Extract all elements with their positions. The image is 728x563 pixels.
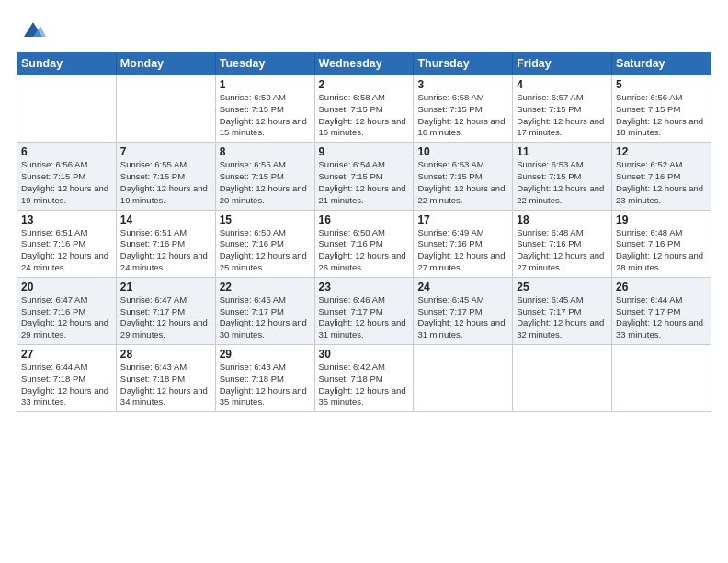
calendar-header-friday: Friday xyxy=(513,52,612,75)
calendar-cell: 20Sunrise: 6:47 AM Sunset: 7:16 PM Dayli… xyxy=(17,277,117,344)
day-info: Sunrise: 6:46 AM Sunset: 7:17 PM Dayligh… xyxy=(319,294,410,341)
day-number: 6 xyxy=(21,145,112,158)
day-number: 3 xyxy=(417,78,508,91)
day-info: Sunrise: 6:58 AM Sunset: 7:15 PM Dayligh… xyxy=(417,92,508,139)
day-info: Sunrise: 6:46 AM Sunset: 7:17 PM Dayligh… xyxy=(220,294,311,341)
calendar-table: SundayMondayTuesdayWednesdayThursdayFrid… xyxy=(17,52,711,412)
day-info: Sunrise: 6:53 AM Sunset: 7:15 PM Dayligh… xyxy=(417,159,508,206)
day-info: Sunrise: 6:53 AM Sunset: 7:15 PM Dayligh… xyxy=(517,159,608,206)
day-number: 8 xyxy=(220,145,311,158)
day-number: 18 xyxy=(517,213,608,226)
day-info: Sunrise: 6:59 AM Sunset: 7:15 PM Dayligh… xyxy=(220,92,311,139)
calendar-cell xyxy=(116,75,215,143)
day-number: 12 xyxy=(616,145,707,158)
logo-icon xyxy=(20,17,46,42)
day-number: 10 xyxy=(417,145,508,158)
calendar-header-monday: Monday xyxy=(116,52,215,75)
day-info: Sunrise: 6:51 AM Sunset: 7:16 PM Dayligh… xyxy=(21,227,112,274)
calendar-cell: 27Sunrise: 6:44 AM Sunset: 7:18 PM Dayli… xyxy=(17,345,117,412)
day-info: Sunrise: 6:50 AM Sunset: 7:16 PM Dayligh… xyxy=(319,227,410,274)
day-number: 5 xyxy=(616,78,707,91)
calendar-cell: 3Sunrise: 6:58 AM Sunset: 7:15 PM Daylig… xyxy=(414,75,513,143)
calendar-cell xyxy=(612,345,711,412)
calendar-header-tuesday: Tuesday xyxy=(215,52,314,75)
day-info: Sunrise: 6:44 AM Sunset: 7:18 PM Dayligh… xyxy=(21,362,112,408)
day-info: Sunrise: 6:54 AM Sunset: 7:15 PM Dayligh… xyxy=(319,159,410,206)
calendar-week-row: 1Sunrise: 6:59 AM Sunset: 7:15 PM Daylig… xyxy=(17,75,711,143)
day-info: Sunrise: 6:45 AM Sunset: 7:17 PM Dayligh… xyxy=(417,294,508,341)
calendar-cell: 12Sunrise: 6:52 AM Sunset: 7:16 PM Dayli… xyxy=(612,143,711,210)
calendar-week-row: 6Sunrise: 6:56 AM Sunset: 7:15 PM Daylig… xyxy=(17,143,711,210)
day-info: Sunrise: 6:42 AM Sunset: 7:18 PM Dayligh… xyxy=(319,362,410,408)
day-info: Sunrise: 6:52 AM Sunset: 7:16 PM Dayligh… xyxy=(616,159,707,206)
calendar-cell: 10Sunrise: 6:53 AM Sunset: 7:15 PM Dayli… xyxy=(414,143,513,210)
day-number: 23 xyxy=(319,281,410,293)
day-info: Sunrise: 6:55 AM Sunset: 7:15 PM Dayligh… xyxy=(220,159,311,206)
calendar-cell: 30Sunrise: 6:42 AM Sunset: 7:18 PM Dayli… xyxy=(314,345,414,412)
day-info: Sunrise: 6:58 AM Sunset: 7:15 PM Dayligh… xyxy=(319,92,410,139)
day-number: 16 xyxy=(319,213,410,226)
calendar-header-wednesday: Wednesday xyxy=(314,52,414,75)
day-info: Sunrise: 6:43 AM Sunset: 7:18 PM Dayligh… xyxy=(120,362,211,408)
calendar-week-row: 27Sunrise: 6:44 AM Sunset: 7:18 PM Dayli… xyxy=(17,345,711,412)
day-info: Sunrise: 6:57 AM Sunset: 7:15 PM Dayligh… xyxy=(517,92,608,139)
calendar-cell: 18Sunrise: 6:48 AM Sunset: 7:16 PM Dayli… xyxy=(513,210,612,277)
page: SundayMondayTuesdayWednesdayThursdayFrid… xyxy=(0,0,728,563)
calendar-header-sunday: Sunday xyxy=(17,52,117,75)
calendar-cell: 24Sunrise: 6:45 AM Sunset: 7:17 PM Dayli… xyxy=(414,277,513,344)
header xyxy=(17,17,711,42)
calendar-cell xyxy=(17,75,117,143)
calendar-cell: 5Sunrise: 6:56 AM Sunset: 7:15 PM Daylig… xyxy=(612,75,711,143)
day-info: Sunrise: 6:47 AM Sunset: 7:16 PM Dayligh… xyxy=(21,294,112,341)
day-number: 28 xyxy=(120,348,211,361)
calendar-header-row: SundayMondayTuesdayWednesdayThursdayFrid… xyxy=(17,52,711,75)
calendar-header-saturday: Saturday xyxy=(612,52,711,75)
day-info: Sunrise: 6:48 AM Sunset: 7:16 PM Dayligh… xyxy=(616,227,707,274)
calendar-cell: 11Sunrise: 6:53 AM Sunset: 7:15 PM Dayli… xyxy=(513,143,612,210)
day-number: 22 xyxy=(220,281,311,293)
calendar-cell: 17Sunrise: 6:49 AM Sunset: 7:16 PM Dayli… xyxy=(414,210,513,277)
calendar-cell: 16Sunrise: 6:50 AM Sunset: 7:16 PM Dayli… xyxy=(314,210,414,277)
calendar-week-row: 13Sunrise: 6:51 AM Sunset: 7:16 PM Dayli… xyxy=(17,210,711,277)
day-info: Sunrise: 6:49 AM Sunset: 7:16 PM Dayligh… xyxy=(417,227,508,274)
day-number: 4 xyxy=(517,78,608,91)
day-info: Sunrise: 6:43 AM Sunset: 7:18 PM Dayligh… xyxy=(220,362,311,408)
calendar-cell: 2Sunrise: 6:58 AM Sunset: 7:15 PM Daylig… xyxy=(314,75,414,143)
day-number: 19 xyxy=(616,213,707,226)
calendar-week-row: 20Sunrise: 6:47 AM Sunset: 7:16 PM Dayli… xyxy=(17,277,711,344)
calendar-cell xyxy=(414,345,513,412)
calendar-cell: 23Sunrise: 6:46 AM Sunset: 7:17 PM Dayli… xyxy=(314,277,414,344)
day-number: 26 xyxy=(616,281,707,293)
day-info: Sunrise: 6:50 AM Sunset: 7:16 PM Dayligh… xyxy=(220,227,311,274)
day-number: 25 xyxy=(517,281,608,293)
calendar-cell: 28Sunrise: 6:43 AM Sunset: 7:18 PM Dayli… xyxy=(116,345,215,412)
day-number: 29 xyxy=(220,348,311,361)
calendar-cell: 14Sunrise: 6:51 AM Sunset: 7:16 PM Dayli… xyxy=(116,210,215,277)
day-info: Sunrise: 6:48 AM Sunset: 7:16 PM Dayligh… xyxy=(517,227,608,274)
day-number: 30 xyxy=(319,348,410,361)
day-number: 9 xyxy=(319,145,410,158)
day-number: 13 xyxy=(21,213,112,226)
day-number: 2 xyxy=(319,78,410,91)
calendar-cell: 1Sunrise: 6:59 AM Sunset: 7:15 PM Daylig… xyxy=(215,75,314,143)
calendar-cell: 15Sunrise: 6:50 AM Sunset: 7:16 PM Dayli… xyxy=(215,210,314,277)
calendar-cell: 6Sunrise: 6:56 AM Sunset: 7:15 PM Daylig… xyxy=(17,143,117,210)
day-info: Sunrise: 6:51 AM Sunset: 7:16 PM Dayligh… xyxy=(120,227,211,274)
calendar-cell: 26Sunrise: 6:44 AM Sunset: 7:17 PM Dayli… xyxy=(612,277,711,344)
calendar-cell: 25Sunrise: 6:45 AM Sunset: 7:17 PM Dayli… xyxy=(513,277,612,344)
day-number: 15 xyxy=(220,213,311,226)
logo xyxy=(17,17,46,42)
calendar-cell: 29Sunrise: 6:43 AM Sunset: 7:18 PM Dayli… xyxy=(215,345,314,412)
calendar-cell: 19Sunrise: 6:48 AM Sunset: 7:16 PM Dayli… xyxy=(612,210,711,277)
day-number: 1 xyxy=(220,78,311,91)
day-info: Sunrise: 6:45 AM Sunset: 7:17 PM Dayligh… xyxy=(517,294,608,341)
calendar-cell: 22Sunrise: 6:46 AM Sunset: 7:17 PM Dayli… xyxy=(215,277,314,344)
day-number: 21 xyxy=(120,281,211,293)
day-number: 24 xyxy=(417,281,508,293)
calendar-header-thursday: Thursday xyxy=(414,52,513,75)
calendar-cell: 21Sunrise: 6:47 AM Sunset: 7:17 PM Dayli… xyxy=(116,277,215,344)
day-number: 17 xyxy=(417,213,508,226)
day-number: 11 xyxy=(517,145,608,158)
calendar-cell: 8Sunrise: 6:55 AM Sunset: 7:15 PM Daylig… xyxy=(215,143,314,210)
day-number: 20 xyxy=(21,281,112,293)
